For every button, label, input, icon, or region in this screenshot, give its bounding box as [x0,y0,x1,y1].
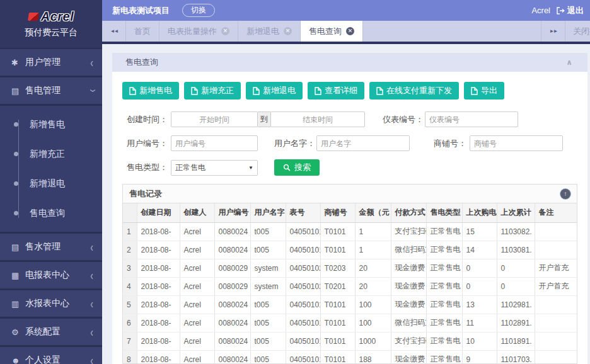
cell: 04050101 [286,241,320,259]
toolbar-button-在线支付重新下发[interactable]: 在线支付重新下发 [369,82,459,100]
cell: 0080024 [214,241,250,259]
cell: Acrel [180,350,214,364]
cell: 现金缴费 [391,259,426,277]
column-header-创建日期: 创建日期 [137,203,180,222]
cell: 0080029 [214,259,250,277]
cell: t005 [250,241,286,259]
bullet-icon [14,211,18,215]
tab-售电查询[interactable]: 售电查询✕ [301,21,363,42]
cell: 微信扫码支 [391,241,426,259]
topbar: 新电表测试项目 切换 Acrel 退出 [102,0,590,21]
cell: 188 [355,350,391,364]
system-config-icon: ⚙ [11,327,25,337]
platform-subtitle: 预付费云平台 [25,27,78,38]
close-tab-icon[interactable]: ✕ [284,27,292,35]
column-header-创建人: 创建人 [180,203,214,222]
cell: 2018-08- [137,350,180,364]
toolbar-button-新增充正[interactable]: 新增充正 [184,82,241,100]
sidebar-item-水报表中心[interactable]: ▥水报表中心‹ [0,290,102,317]
sidebar-subitem-新增退电[interactable]: 新增退电 [0,169,102,198]
range-join-label: 到 [258,111,270,127]
table-row[interactable]: 22018-08-Acrel0080024t00504050101T01011微… [123,241,577,259]
collapse-panel-icon[interactable]: ∧ [566,58,572,67]
close-tab-icon[interactable]: ✕ [346,27,354,35]
table-row[interactable]: 42018-08-Acrel0080029system04050102T0201… [123,277,577,295]
column-header-售电类型: 售电类型 [426,203,462,222]
sidebar-subitem-label: 售电查询 [30,208,65,219]
cell: 0080024 [214,222,250,241]
start-time-input[interactable] [171,111,258,127]
sidebar-item-label: 用户管理 [25,57,90,68]
logo: Acrel 预付费云平台 [0,0,102,48]
table-row[interactable]: 82018-08-Acrel0080024t00504050101T010118… [123,350,577,364]
cell: 支付宝扫码 [391,332,426,350]
scroll-top-icon[interactable]: ↑ [560,189,570,199]
cell: T0101 [320,241,355,259]
username[interactable]: Acrel [531,6,550,15]
toolbar-button-新增退电[interactable]: 新增退电 [246,82,303,100]
sidebar-item-用户管理[interactable]: ✱用户管理‹ [0,49,102,76]
cell: 11 [462,314,497,332]
sidebar-subitem-新增充正[interactable]: 新增充正 [0,139,102,169]
chevron-icon: ‹ [90,55,93,69]
user-name-input[interactable] [316,135,410,151]
cell [535,222,577,241]
logout-button[interactable]: 退出 [567,5,584,16]
user-no-input[interactable] [171,135,258,151]
close-operations-button[interactable]: 关闭操作 [565,21,590,42]
switch-project-button[interactable]: 切换 [182,4,215,17]
cell: 14 [462,241,497,259]
content: 售电查询 ∧ 新增售电新增充正新增退电查看详细在线支付重新下发导出 创建时间： … [102,44,590,364]
sidebar-subitem-售电查询[interactable]: 售电查询 [0,198,102,228]
table-row[interactable]: 72018-08-Acrel0080024t00504050101T010110… [123,332,577,350]
sidebar-subitem-新增售电[interactable]: 新增售电 [0,110,102,139]
sale-type-select[interactable]: 正常售电 ▼ [171,160,258,176]
table-row[interactable]: 52018-08-Acrel0080024t00504050101T010110… [123,295,577,314]
scroll-tabs-left-icon[interactable]: ◄◄ [102,21,126,42]
cell: T0101 [320,332,355,350]
sidebar-item-label: 个人设置 [25,355,90,364]
tab-label: 电表批量操作 [168,26,217,37]
app-window: Acrel 预付费云平台 ✱用户管理‹▤售电管理‹新增售电新增充正新增退电售电查… [0,0,590,364]
sidebar-item-电报表中心[interactable]: ▦电报表中心‹ [0,262,102,288]
cell: 正常售电 [426,295,462,314]
shop-no-input[interactable] [470,135,563,151]
cell: 1101891. [497,332,535,350]
sidebar-item-售水管理[interactable]: ▤售水管理‹ [0,234,102,260]
close-tab-icon[interactable]: ✕ [221,27,229,35]
cell: 0 [462,259,497,277]
toolbar-button-导出[interactable]: 导出 [464,82,504,100]
cell: 0080029 [214,277,250,295]
sidebar-item-系统配置[interactable]: ⚙系统配置‹ [0,319,102,345]
scroll-tabs-right-icon[interactable]: ►► [541,21,565,42]
tab-电表批量操作[interactable]: 电表批量操作✕ [159,21,238,42]
cell: 0080024 [214,332,250,350]
chevron-icon: ‹ [84,89,98,93]
toolbar-button-新增售电[interactable]: 新增售电 [122,82,179,100]
sidebar-item-售电管理[interactable]: ▤售电管理‹ [0,77,102,104]
table-row[interactable]: 32018-08-Acrel0080029system04050102T0203… [123,259,577,277]
cell [535,332,577,350]
tab-新增退电[interactable]: 新增退电✕ [238,21,301,42]
end-time-input[interactable] [270,111,365,127]
cell: 开户首充 [535,259,577,277]
cell: T0203 [320,259,355,277]
cell: Acrel [180,259,214,277]
cell: 20 [355,277,391,295]
tab-首页[interactable]: 首页 [126,21,159,42]
logout-icon[interactable] [557,7,565,14]
cell: 1000 [355,332,391,350]
toolbar-button-查看详细[interactable]: 查看详细 [308,82,364,100]
cell: Acrel [180,222,214,241]
table-row[interactable]: 12018-08-Acrel0080024t00504050101T01011支… [123,222,577,241]
table-row[interactable]: 62018-08-Acrel0080024t00504050101T010110… [123,314,577,332]
cell: 正常售电 [426,222,462,241]
cell: t005 [250,314,286,332]
button-label: 在线支付重新下发 [386,85,452,96]
sidebar-item-个人设置[interactable]: ☻个人设置‹ [0,347,102,364]
cell: 04050102 [286,277,320,295]
tabs: 首页电表批量操作✕新增退电✕售电查询✕ [126,21,363,42]
chevron-down-icon: ▼ [248,165,253,171]
meter-no-input[interactable] [425,111,518,127]
search-button[interactable]: 搜索 [274,159,320,176]
